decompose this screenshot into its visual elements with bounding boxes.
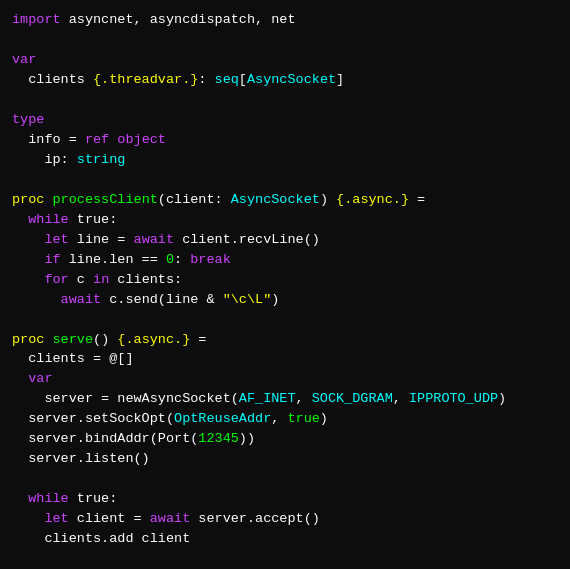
code-token: , [393, 391, 409, 406]
code-token: IPPROTO_UDP [409, 391, 498, 406]
code-token: asyncnet, asyncdispatch, net [69, 12, 296, 27]
code-line [12, 30, 558, 50]
code-line: while true: [12, 210, 558, 230]
code-token: = [409, 192, 425, 207]
code-token: true [287, 411, 319, 426]
code-token: server.listen() [12, 451, 150, 466]
code-token: ) [320, 192, 336, 207]
code-token: info = [12, 132, 85, 147]
code-line: while true: [12, 489, 558, 509]
code-line: await c.send(line & "\c\L") [12, 290, 558, 310]
code-token [12, 272, 44, 287]
code-token: : [198, 72, 214, 87]
code-token: , [271, 411, 287, 426]
code-token: c [69, 272, 93, 287]
code-token: proc [12, 192, 53, 207]
code-token: {.async.} [336, 192, 409, 207]
code-token: let [44, 511, 68, 526]
code-token: AsyncSocket [247, 72, 336, 87]
code-token: clients = @[] [12, 351, 134, 366]
code-token [12, 491, 28, 506]
code-token: line = [69, 232, 134, 247]
code-line [12, 549, 558, 569]
code-token: {.async.} [117, 332, 190, 347]
code-token: client.recvLine() [174, 232, 320, 247]
code-token: OptReuseAddr [174, 411, 271, 426]
code-line: var [12, 50, 558, 70]
code-line: ip: string [12, 150, 558, 170]
code-line: server.setSockOpt(OptReuseAddr, true) [12, 409, 558, 429]
code-token: server.bindAddr(Port( [12, 431, 198, 446]
code-token: client = [69, 511, 150, 526]
code-token: , [296, 391, 312, 406]
code-line: let line = await client.recvLine() [12, 230, 558, 250]
code-line [12, 469, 558, 489]
code-token [12, 511, 44, 526]
code-token: AF_INET [239, 391, 296, 406]
code-token: clients.add client [12, 531, 190, 546]
code-token: ) [498, 391, 506, 406]
code-token: ) [271, 292, 279, 307]
code-token [12, 212, 28, 227]
code-line [12, 170, 558, 190]
code-token: var [28, 371, 52, 386]
code-token: string [77, 152, 126, 167]
code-token: line.len == [61, 252, 166, 267]
code-token: let [44, 232, 68, 247]
code-token: if [44, 252, 60, 267]
code-line: clients = @[] [12, 349, 558, 369]
code-token: : [174, 252, 190, 267]
code-token: import [12, 12, 69, 27]
code-token: processClient [53, 192, 158, 207]
code-line [12, 90, 558, 110]
code-line: info = ref object [12, 130, 558, 150]
code-token: [ [239, 72, 247, 87]
code-token: break [190, 252, 231, 267]
code-line: proc serve() {.async.} = [12, 330, 558, 350]
code-token: proc [12, 332, 53, 347]
code-line: server = newAsyncSocket(AF_INET, SOCK_DG… [12, 389, 558, 409]
code-token: clients: [109, 272, 182, 287]
code-token: 12345 [198, 431, 239, 446]
code-token: () [93, 332, 117, 347]
code-token [12, 292, 61, 307]
code-token [12, 371, 28, 386]
code-token: = [190, 332, 206, 347]
code-line: proc processClient(client: AsyncSocket) … [12, 190, 558, 210]
code-line: for c in clients: [12, 270, 558, 290]
code-token: in [93, 272, 109, 287]
code-token: AsyncSocket [231, 192, 320, 207]
code-token: for [44, 272, 68, 287]
code-token: ) [320, 411, 328, 426]
code-token: (client: [158, 192, 231, 207]
code-token: true: [69, 212, 118, 227]
code-line: if line.len == 0: break [12, 250, 558, 270]
code-token: server.accept() [190, 511, 320, 526]
code-line: clients.add client [12, 529, 558, 549]
code-token: seq [215, 72, 239, 87]
code-token: ref object [85, 132, 166, 147]
code-token: while [28, 491, 69, 506]
code-line: server.bindAddr(Port(12345)) [12, 429, 558, 449]
code-token: 0 [166, 252, 174, 267]
code-token: await [134, 232, 175, 247]
code-token: "\c\L" [223, 292, 272, 307]
code-token: ] [336, 72, 344, 87]
code-token: true: [69, 491, 118, 506]
code-token: while [28, 212, 69, 227]
code-line [12, 310, 558, 330]
code-token [12, 232, 44, 247]
code-token: SOCK_DGRAM [312, 391, 393, 406]
code-token: server = newAsyncSocket( [12, 391, 239, 406]
code-token: type [12, 112, 44, 127]
code-line: clients {.threadvar.}: seq[AsyncSocket] [12, 70, 558, 90]
code-token [12, 252, 44, 267]
code-line: import asyncnet, asyncdispatch, net [12, 10, 558, 30]
code-token: await [150, 511, 191, 526]
code-line: type [12, 110, 558, 130]
code-token: )) [239, 431, 255, 446]
code-token: c.send(line & [101, 292, 223, 307]
code-token: ip: [12, 152, 77, 167]
code-line: server.listen() [12, 449, 558, 469]
code-line: let client = await server.accept() [12, 509, 558, 529]
